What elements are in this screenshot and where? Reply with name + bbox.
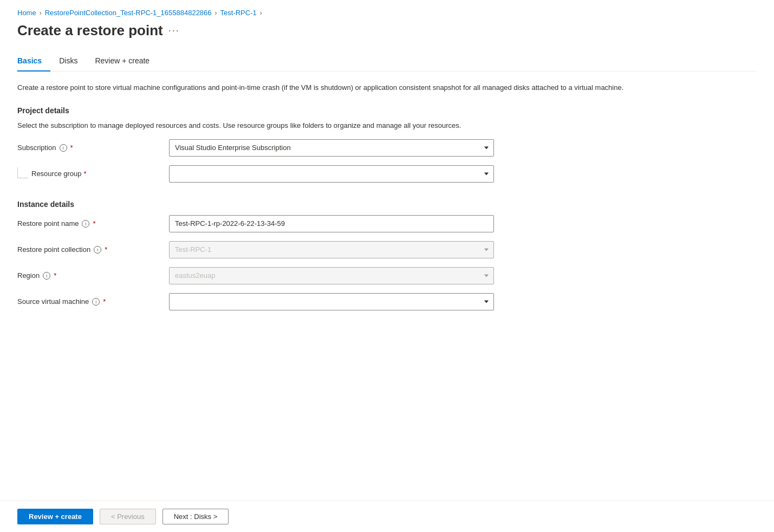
resource-group-label: Resource group — [31, 170, 82, 178]
previous-button: < Previous — [100, 509, 156, 524]
restore-point-collection-control: Test-RPC-1 — [169, 241, 494, 258]
project-details-section: Project details Select the subscription … — [17, 106, 757, 183]
region-select: eastus2euap — [169, 267, 494, 284]
resource-group-select[interactable] — [169, 165, 494, 183]
source-vm-label: Source virtual machine — [17, 297, 89, 306]
breadcrumb-sep-1: › — [40, 9, 42, 17]
instance-details-heading: Instance details — [17, 200, 757, 209]
restore-point-collection-info-icon[interactable]: i — [94, 246, 101, 254]
resource-group-select-wrapper — [169, 165, 494, 183]
project-sub-description: Select the subscription to manage deploy… — [17, 121, 757, 129]
source-vm-select-wrapper — [169, 293, 494, 310]
resource-group-row: Resource group * — [17, 165, 757, 183]
breadcrumb-sep-3: › — [260, 9, 262, 17]
region-info-icon[interactable]: i — [43, 272, 50, 280]
restore-point-collection-label: Restore point collection — [17, 245, 90, 254]
source-vm-row: Source virtual machine i * — [17, 293, 757, 310]
region-row: Region i * eastus2euap — [17, 267, 757, 284]
subscription-label-col: Subscription i * — [17, 144, 169, 152]
restore-point-collection-select: Test-RPC-1 — [169, 241, 494, 258]
resource-group-control — [169, 165, 494, 183]
region-control: eastus2euap — [169, 267, 494, 284]
subscription-required: * — [70, 144, 73, 152]
breadcrumb: Home › RestorePointCollection_Test-RPC-1… — [17, 9, 757, 17]
restore-point-collection-required: * — [105, 245, 107, 254]
indent-connector — [17, 167, 28, 178]
region-label: Region — [17, 271, 40, 280]
tabs-container: Basics Disks Review + create — [17, 52, 757, 72]
breadcrumb-sep-2: › — [215, 9, 217, 17]
restore-point-name-row: Restore point name i * — [17, 215, 757, 232]
review-create-button[interactable]: Review + create — [17, 509, 93, 524]
page-options-button[interactable]: ··· — [168, 25, 180, 36]
resource-group-label-col: Resource group * — [17, 170, 169, 178]
breadcrumb-home[interactable]: Home — [17, 9, 36, 17]
page-description: Create a restore point to store virtual … — [17, 82, 754, 93]
restore-point-collection-row: Restore point collection i * Test-RPC-1 — [17, 241, 757, 258]
tab-basics[interactable]: Basics — [17, 52, 50, 72]
instance-details-section: Instance details Restore point name i * … — [17, 200, 757, 310]
tab-disks[interactable]: Disks — [50, 52, 86, 72]
restore-point-collection-select-wrapper: Test-RPC-1 — [169, 241, 494, 258]
restore-point-collection-label-col: Restore point collection i * — [17, 245, 169, 254]
page-title-row: Create a restore point ··· — [17, 22, 757, 39]
subscription-label: Subscription — [17, 144, 56, 152]
restore-point-name-label-col: Restore point name i * — [17, 219, 169, 228]
next-disks-button[interactable]: Next : Disks > — [162, 509, 229, 524]
restore-point-name-info-icon[interactable]: i — [82, 220, 89, 228]
bottom-bar: Review + create < Previous Next : Disks … — [0, 501, 774, 532]
source-vm-info-icon[interactable]: i — [92, 298, 100, 306]
page-title: Create a restore point — [17, 22, 163, 39]
subscription-select[interactable]: Visual Studio Enterprise Subscription — [169, 139, 494, 157]
tab-review-create[interactable]: Review + create — [86, 52, 158, 72]
restore-point-name-control — [169, 215, 494, 232]
restore-point-name-required: * — [93, 219, 95, 228]
source-vm-select[interactable] — [169, 293, 494, 310]
breadcrumb-rpc[interactable]: RestorePointCollection_Test-RPC-1_165588… — [45, 9, 212, 17]
restore-point-name-label: Restore point name — [17, 219, 79, 228]
subscription-control: Visual Studio Enterprise Subscription — [169, 139, 494, 157]
source-vm-control — [169, 293, 494, 310]
subscription-info-icon[interactable]: i — [60, 144, 67, 152]
resource-group-required: * — [84, 170, 87, 178]
breadcrumb-testrpc[interactable]: Test-RPC-1 — [220, 9, 257, 17]
region-required: * — [54, 271, 56, 280]
source-vm-label-col: Source virtual machine i * — [17, 297, 169, 306]
source-vm-required: * — [103, 297, 106, 306]
project-details-heading: Project details — [17, 106, 757, 115]
region-label-col: Region i * — [17, 271, 169, 280]
subscription-row: Subscription i * Visual Studio Enterpris… — [17, 139, 757, 157]
subscription-select-wrapper: Visual Studio Enterprise Subscription — [169, 139, 494, 157]
region-select-wrapper: eastus2euap — [169, 267, 494, 284]
restore-point-name-input[interactable] — [169, 215, 494, 232]
